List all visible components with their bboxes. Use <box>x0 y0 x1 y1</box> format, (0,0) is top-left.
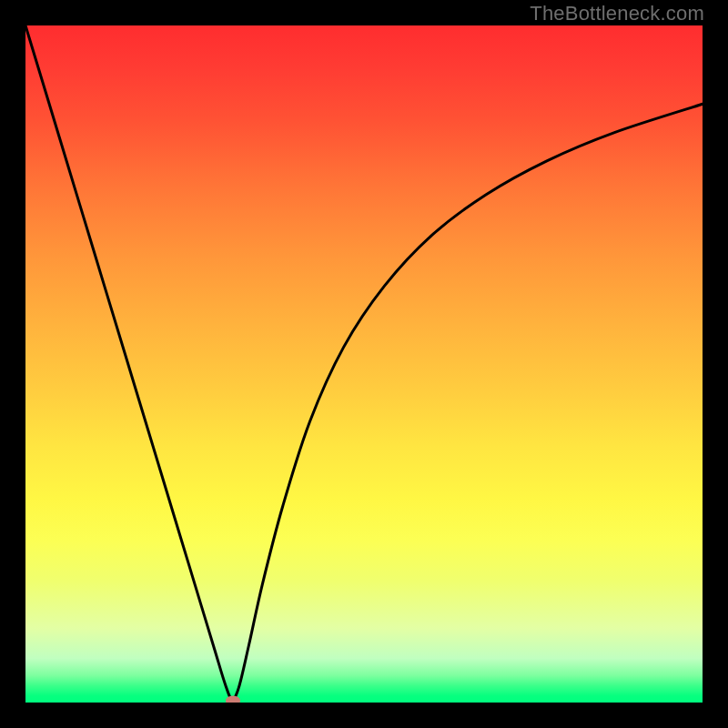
chart-frame: TheBottleneck.com <box>0 0 728 728</box>
watermark: TheBottleneck.com <box>530 2 704 25</box>
bottleneck-curve <box>25 25 703 703</box>
optimal-point-marker <box>226 695 240 703</box>
plot-area <box>25 25 703 703</box>
